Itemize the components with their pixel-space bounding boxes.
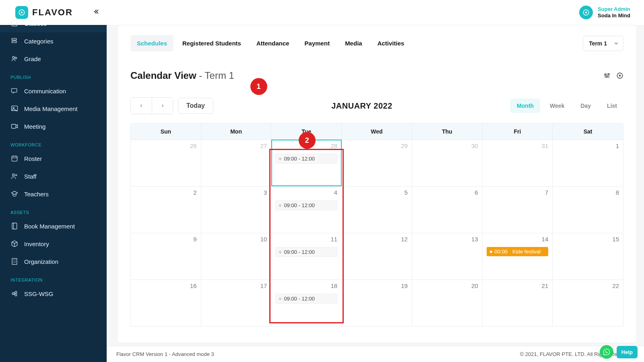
day-cell[interactable]: 20	[412, 280, 483, 326]
grad-icon	[10, 190, 19, 198]
sidebar-item-book-management[interactable]: Book Management	[0, 217, 107, 235]
sidebar-item-ssg-wsg[interactable]: SSG-WSG	[0, 285, 107, 302]
day-number: 30	[471, 142, 478, 149]
whatsapp-button[interactable]	[600, 345, 613, 359]
day-cell[interactable]: 8	[553, 186, 623, 233]
day-number: 22	[612, 282, 619, 289]
tab-attendance[interactable]: Attendance	[250, 35, 296, 51]
view-week-button[interactable]: Week	[543, 99, 571, 113]
page-title-main: Calendar View	[130, 70, 196, 81]
event-time: 09:00 - 12:00	[284, 202, 315, 208]
add-icon[interactable]	[616, 72, 623, 79]
page-title-sub: - Term 1	[196, 70, 234, 81]
view-month-button[interactable]: Month	[510, 99, 540, 113]
tab-registered-students[interactable]: Registered Students	[176, 35, 248, 51]
day-cell[interactable]: 27	[201, 140, 272, 186]
day-cell[interactable]: 1	[553, 140, 623, 186]
people-icon	[10, 172, 19, 180]
calendar-toolbar: Today JANUARY 2022 MonthWeekDayList	[130, 97, 623, 114]
tab-media[interactable]: Media	[339, 35, 369, 51]
calendar-next-button[interactable]	[152, 98, 173, 114]
filter-icon[interactable]	[603, 72, 611, 79]
day-cell[interactable]: 2	[131, 186, 201, 233]
day-cell[interactable]: 15	[553, 233, 623, 280]
day-cell[interactable]: 10	[201, 233, 272, 280]
day-cell[interactable]: 16	[131, 280, 201, 326]
svg-point-21	[607, 76, 608, 77]
help-button[interactable]: Help	[617, 346, 638, 358]
event-time: 09:00 - 12:00	[284, 156, 315, 162]
day-cell[interactable]: 5	[342, 186, 412, 233]
day-cell[interactable]: 31	[483, 140, 553, 186]
svg-rect-4	[12, 38, 17, 40]
sidebar-item-inventory[interactable]: Inventory	[0, 235, 107, 253]
sidebar-item-label: Staff	[24, 173, 37, 180]
sidebar-item-media-management[interactable]: Media Management	[0, 100, 107, 117]
content-panel: SchedulesRegistered StudentsAttendancePa…	[117, 25, 637, 343]
event-label: Kide festival	[512, 249, 541, 255]
day-cell[interactable]: 409:00 - 12:00	[271, 186, 342, 233]
sidebar-item-staff[interactable]: Staff	[0, 167, 107, 185]
view-list-button[interactable]: List	[601, 99, 623, 113]
chat-icon	[10, 87, 19, 95]
week-row: 16171809:00 - 12:0019202122	[131, 280, 623, 326]
term-select-value: Term 1	[589, 40, 607, 47]
term-select[interactable]: Term 1	[583, 36, 623, 51]
day-cell[interactable]: 22	[553, 280, 623, 326]
calendar-event[interactable]: 09:00 - 12:00	[275, 247, 337, 257]
day-cell[interactable]: 3	[201, 186, 272, 233]
sidebar-item-roster[interactable]: Roster	[0, 150, 107, 167]
sidebar-item-organization[interactable]: Organization	[0, 253, 107, 270]
week-row: 9101109:00 - 12:0012131400:00Kide festiv…	[131, 233, 623, 280]
sidebar-collapse-button[interactable]	[92, 8, 99, 17]
annotation-badge-2: 2	[299, 132, 316, 149]
day-cell[interactable]: 30	[412, 140, 483, 186]
day-cell[interactable]: 29	[342, 140, 412, 186]
tab-activities[interactable]: Activities	[371, 35, 411, 51]
day-number: 1	[616, 142, 619, 149]
calendar-prev-button[interactable]	[131, 98, 152, 114]
day-cell[interactable]: 9	[131, 233, 201, 280]
day-cell[interactable]: 21	[483, 280, 553, 326]
day-cell[interactable]: 26	[131, 140, 201, 186]
user-card[interactable]: Super Admin Soda In Mind	[579, 6, 630, 19]
day-cell[interactable]: 1400:00Kide festival	[483, 233, 553, 280]
day-number: 28	[330, 142, 337, 149]
view-day-button[interactable]: Day	[574, 99, 597, 113]
day-cell[interactable]: 17	[201, 280, 272, 326]
day-number: 29	[401, 142, 408, 149]
svg-rect-5	[12, 41, 17, 43]
building-icon	[10, 257, 19, 265]
main: SchedulesRegistered StudentsAttendancePa…	[107, 25, 644, 362]
tab-payment[interactable]: Payment	[298, 35, 336, 51]
event-dot-icon	[279, 251, 281, 253]
title-actions	[603, 72, 623, 79]
day-number: 12	[401, 236, 408, 243]
sidebar-item-communication[interactable]: Communication	[0, 82, 107, 100]
calendar-event[interactable]: 09:00 - 12:00	[275, 154, 337, 164]
day-cell[interactable]: 12	[342, 233, 412, 280]
calendar-event[interactable]: 09:00 - 12:00	[275, 294, 337, 304]
sidebar-item-meeting[interactable]: Meeting	[0, 117, 107, 135]
day-cell[interactable]: 7	[483, 186, 553, 233]
today-button[interactable]: Today	[178, 98, 213, 114]
day-cell[interactable]: 1809:00 - 12:00	[271, 280, 342, 326]
day-cell[interactable]: 6	[412, 186, 483, 233]
sidebar-item-categories[interactable]: Categories	[0, 32, 107, 50]
day-cell[interactable]: 19	[342, 280, 412, 326]
sidebar-item-grade[interactable]: Grade	[0, 50, 107, 68]
day-cell[interactable]: 13	[412, 233, 483, 280]
tab-schedules[interactable]: Schedules	[130, 35, 173, 51]
svg-rect-12	[12, 156, 17, 161]
calendar-icon	[10, 154, 19, 162]
calendar-event[interactable]: 09:00 - 12:00	[275, 200, 337, 210]
footer: Flavor CRM Version 1 - Advanced mode 3 ©…	[107, 346, 644, 362]
dow-header: Fri	[483, 123, 553, 140]
view-title-row: Calendar View - Term 1	[130, 70, 623, 81]
svg-point-20	[605, 74, 606, 75]
day-number: 20	[471, 282, 478, 289]
calendar-event[interactable]: 00:00Kide festival	[487, 247, 549, 256]
day-number: 21	[542, 282, 549, 289]
sidebar-item-teachers[interactable]: Teachers	[0, 185, 107, 203]
day-cell[interactable]: 1109:00 - 12:00	[271, 233, 342, 280]
